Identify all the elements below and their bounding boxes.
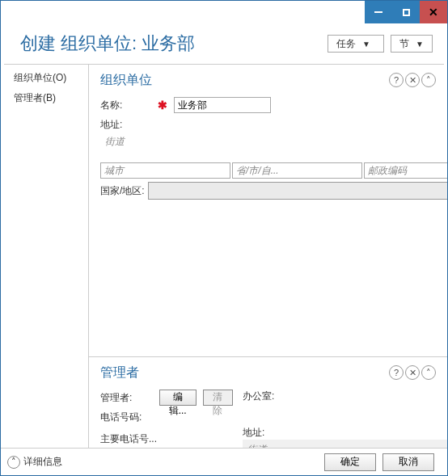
minimize-button[interactable] [365,1,392,23]
dialog-footer: ˄ 详细信息 确定 取消 [1,448,447,475]
tasks-dropdown[interactable]: 任务 ▼ [328,35,384,53]
close-section-icon[interactable]: ✕ [405,73,420,87]
section-ou: 组织单位 ? ✕ ˄ 名称: ✱ [89,65,447,357]
tasks-label: 任务 [336,37,356,51]
dialog-body: 组织单位(O) 管理者(B) 组织单位 ? ✕ ˄ [1,65,447,448]
close-button[interactable]: ✕ [420,1,447,23]
required-icon: ✱ [158,99,167,112]
mgr-right-col: 办公室: 地址: 街道 国家/地区: [243,390,447,448]
dialog-header: 创建 组织单位: 业务部 任务 ▼ 节 ▼ [1,23,447,64]
section-mgr-title: 管理者 [100,364,139,381]
sections-label: 节 [399,37,409,51]
chevron-down-icon: ▼ [362,40,370,48]
zip-input[interactable] [364,162,447,179]
main-phone-label: 主要电话号... [100,433,157,444]
mgr-addr-label: 地址: [243,426,447,440]
dialog-title-name: 业务部 [142,33,195,53]
phone-label: 电话号码: [100,411,142,423]
office-label: 办公室: [243,390,274,402]
chevron-down-icon: ▼ [416,40,424,48]
help-icon[interactable]: ? [389,365,404,380]
name-label: 名称: [100,99,122,112]
country-select[interactable] [148,182,447,200]
addr-label: 地址: [100,118,447,132]
mgr-street-ph: 街道 [247,444,267,448]
collapse-icon[interactable]: ˄ [421,365,436,380]
help-icon[interactable]: ? [389,73,404,87]
collapse-icon[interactable]: ˄ [421,73,436,87]
titlebar: ✕ [1,1,447,23]
city-input[interactable] [100,162,230,179]
clear-button[interactable]: 清除 [203,390,234,406]
details-label: 详细信息 [23,455,62,469]
window: ✕ 创建 组织单位: 业务部 任务 ▼ 节 ▼ 组织单位(O) 管理者(B) [0,0,448,476]
main-panel: 组织单位 ? ✕ ˄ 名称: ✱ [88,65,447,448]
dialog-title-prefix: 创建 组织单位: [20,33,142,53]
cancel-button[interactable]: 取消 [382,453,434,471]
mgr-label: 管理者: [100,391,146,405]
ou-left-col: 名称: ✱ 地址: 街道 [100,97,447,345]
nav-item-mgr[interactable]: 管理者(B) [14,91,83,105]
close-section-icon[interactable]: ✕ [405,365,420,380]
ok-button[interactable]: 确定 [324,453,376,471]
ou-address-block: 地址: 街道 国家/地区: [100,118,447,200]
edit-button[interactable]: 编辑... [159,390,197,406]
name-input[interactable] [174,97,271,113]
mgr-left-col: 管理者: 编辑... 清除 电话号码: 主要电话号... 移动电话号... 传真… [100,390,233,448]
details-expander[interactable]: ˄ 详细信息 [7,455,62,469]
expand-up-icon: ˄ [7,456,20,469]
left-nav: 组织单位(O) 管理者(B) [1,65,88,448]
street-input[interactable]: 街道 [100,132,254,161]
section-mgr-icons: ? ✕ ˄ [389,365,436,380]
country-label: 国家/地区: [100,184,145,198]
section-ou-icons: ? ✕ ˄ [389,73,436,87]
street-ph: 街道 [105,136,125,147]
nav-item-ou[interactable]: 组织单位(O) [14,71,83,85]
state-input[interactable] [232,162,362,179]
sections-dropdown[interactable]: 节 ▼ [391,35,433,53]
mgr-street-input[interactable]: 街道 [243,440,447,448]
dialog-title: 创建 组织单位: 业务部 [20,32,195,56]
header-controls: 任务 ▼ 节 ▼ [328,35,433,53]
maximize-button[interactable] [392,1,420,23]
section-mgr: 管理者 ? ✕ ˄ 管理者: 编辑... 清除 [89,357,447,448]
section-ou-title: 组织单位 [100,72,152,89]
